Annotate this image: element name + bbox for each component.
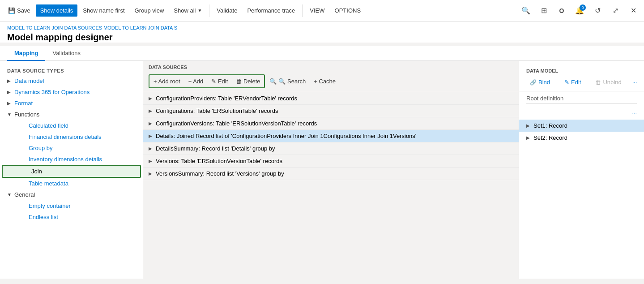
arrow-data-model: ▶ (7, 78, 14, 83)
page-title: Model mapping designer (7, 32, 637, 43)
link-icon: 🔗 (530, 79, 537, 86)
ds-row-0-arrow: ▶ (149, 96, 156, 101)
add-button[interactable]: + Add (185, 76, 207, 87)
right-arrow-set2: ▶ (526, 135, 533, 140)
tree-label-join: Join (31, 168, 136, 175)
grid-icon-button[interactable]: ⊞ (537, 4, 551, 18)
root-definition-label: Root definition (519, 91, 644, 103)
primary-action-group: + Add root + Add ✎ Edit 🗑 Delete (149, 74, 265, 88)
tree-label-inventory-dimensions: Inventory dimensions details (29, 156, 139, 163)
office-icon-button[interactable]: O (554, 4, 569, 18)
save-button[interactable]: 💾 Save (4, 4, 35, 17)
tree-item-inventory-dimensions[interactable]: Inventory dimensions details (0, 154, 143, 165)
right-edit-icon: ✎ (564, 79, 569, 86)
cache-button[interactable]: + Cache (310, 76, 339, 87)
tree-item-dynamics365[interactable]: ▶ Dynamics 365 for Operations (0, 86, 143, 98)
view-button[interactable]: VIEW (305, 4, 329, 17)
search-button[interactable]: 🔍 🔍 Search (266, 76, 309, 87)
right-tree-item-set1[interactable]: ▶ Set1: Record (519, 120, 644, 132)
tree-label-format: Format (14, 100, 139, 107)
tree-label-data-model: Data model (14, 77, 139, 84)
bind-button[interactable]: 🔗 Bind (526, 77, 554, 87)
show-details-button[interactable]: Show details (36, 4, 78, 17)
unbind-button[interactable]: 🗑 Unbind (592, 77, 625, 87)
arrow-format: ▶ (7, 101, 14, 106)
group-view-button[interactable]: Group view (130, 4, 169, 17)
tree-item-financial-dimensions[interactable]: Financial dimensions details (0, 131, 143, 142)
ds-row-1[interactable]: ▶ Configurations: Table 'ERSolutionTable… (143, 105, 519, 117)
right-panel-toolbar: 🔗 Bind ✎ Edit 🗑 Unbind ··· (519, 75, 644, 91)
tree-label-functions: Functions (14, 111, 39, 118)
tree-item-empty-container[interactable]: Empty container (0, 200, 143, 211)
more-options-button[interactable]: ··· (629, 77, 641, 87)
right-tree-item-set2[interactable]: ▶ Set2: Record (519, 132, 644, 144)
tree-label-dynamics365: Dynamics 365 for Operations (14, 89, 139, 95)
tab-mapping[interactable]: Mapping (7, 46, 45, 61)
save-icon: 💾 (8, 7, 15, 14)
tree-item-table-metadata[interactable]: Table metadata (0, 178, 143, 189)
expand-icon-button[interactable]: ⤢ (608, 4, 623, 18)
middle-panel: DATA SOURCES + Add root + Add ✎ Edit 🗑 D… (143, 61, 519, 279)
right-three-dots-button[interactable]: ··· (628, 108, 640, 118)
page-header: MODEL TO LEARN JOIN DATA SOURCES MODEL T… (0, 22, 644, 43)
arrow-functions: ▼ (7, 112, 14, 117)
ds-row-5-arrow: ▶ (149, 159, 156, 164)
tree-item-format[interactable]: ▶ Format (0, 98, 143, 109)
right-panel: DATA MODEL 🔗 Bind ✎ Edit 🗑 Unbind ··· Ro… (519, 61, 644, 279)
ds-row-2-arrow: ▶ (149, 121, 156, 126)
delete-button[interactable]: 🗑 Delete (232, 76, 264, 87)
right-edit-button[interactable]: ✎ Edit (561, 77, 584, 87)
ds-row-5[interactable]: ▶ Versions: Table 'ERSolutionVersionTabl… (143, 155, 519, 168)
show-all-button[interactable]: Show all ▼ (169, 4, 206, 17)
tree-label-general: General (14, 191, 35, 198)
datasources-label: DATA SOURCES (143, 61, 519, 71)
arrow-dynamics365: ▶ (7, 90, 14, 95)
search-icon-button[interactable]: 🔍 (519, 4, 533, 18)
main-toolbar: 💾 Save Show details Show name first Grou… (0, 0, 644, 22)
ds-row-2[interactable]: ▶ ConfigurationVersions: Table 'ERSoluti… (143, 117, 519, 130)
tree-label-table-metadata: Table metadata (29, 180, 139, 187)
breadcrumb: MODEL TO LEARN JOIN DATA SOURCES MODEL T… (7, 25, 637, 30)
tabs-bar: Mapping Validations (0, 46, 644, 61)
tree-label-calculated-field: Calculated field (29, 122, 139, 129)
ds-row-1-arrow: ▶ (149, 108, 156, 113)
tree-item-general[interactable]: ▼ General (0, 189, 143, 200)
refresh-icon-button[interactable]: ↺ (590, 4, 605, 18)
datasources-toolbar: + Add root + Add ✎ Edit 🗑 Delete 🔍 🔍 Sea… (143, 71, 519, 92)
options-button[interactable]: OPTIONS (330, 4, 366, 17)
add-root-button[interactable]: + Add root (150, 76, 184, 87)
tree-label-endless-list: Endless list (29, 214, 139, 220)
validate-button[interactable]: Validate (212, 4, 242, 17)
tree-item-functions[interactable]: ▼ Functions (0, 109, 143, 120)
tree-item-calculated-field[interactable]: Calculated field (0, 120, 143, 131)
tree-label-empty-container: Empty container (29, 202, 139, 209)
ds-row-6-arrow: ▶ (149, 171, 156, 176)
close-icon-button[interactable]: ✕ (626, 4, 640, 18)
tree-item-endless-list[interactable]: Endless list (0, 211, 143, 223)
ds-row-4[interactable]: ▶ DetailsSummary: Record list 'Details' … (143, 142, 519, 155)
toolbar-right-actions: 🔍 ⊞ O 🔔 0 ↺ ⤢ ✕ (519, 4, 640, 18)
ds-row-3-arrow: ▶ (149, 133, 156, 138)
tree-item-join[interactable]: Join (2, 165, 141, 178)
tree-item-data-model[interactable]: ▶ Data model (0, 75, 143, 86)
notification-badge: 0 (580, 4, 586, 11)
ds-row-0[interactable]: ▶ ConfigurationProviders: Table 'ERVendo… (143, 92, 519, 105)
show-all-dropdown-icon: ▼ (197, 8, 202, 13)
tab-validations[interactable]: Validations (45, 46, 88, 61)
performance-trace-button[interactable]: Performance trace (243, 4, 299, 17)
right-divider-line (526, 103, 637, 104)
ds-row-6[interactable]: ▶ VersionsSummary: Record list 'Versions… (143, 168, 519, 180)
left-panel: DATA SOURCE TYPES ▶ Data model ▶ Dynamic… (0, 61, 143, 279)
main-layout: DATA SOURCE TYPES ▶ Data model ▶ Dynamic… (0, 61, 644, 279)
toolbar-separator (209, 4, 209, 17)
notification-area: 🔔 0 (572, 4, 587, 18)
datasource-types-label: DATA SOURCE TYPES (0, 65, 143, 75)
edit-button[interactable]: ✎ Edit (208, 76, 231, 87)
search-icon: 🔍 (269, 78, 277, 85)
show-name-first-button[interactable]: Show name first (78, 4, 129, 17)
ds-row-4-arrow: ▶ (149, 146, 156, 151)
tree-label-group-by: Group by (29, 145, 139, 151)
tree-item-group-by[interactable]: Group by (0, 142, 143, 154)
right-arrow-set1: ▶ (526, 123, 533, 128)
ds-row-3[interactable]: ▶ Details: Joined Record list of 'Config… (143, 130, 519, 142)
